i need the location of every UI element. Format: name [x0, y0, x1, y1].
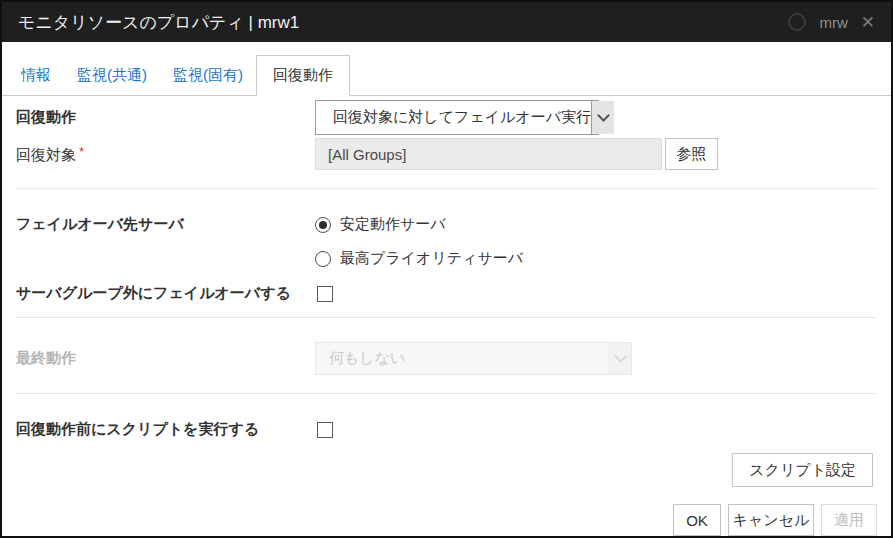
radio-stable-server[interactable]: 安定動作サーバ: [315, 215, 523, 234]
chevron-down-icon: [608, 343, 631, 374]
radio-highest-priority-server[interactable]: 最高プライオリティサーバ: [315, 249, 523, 268]
radio-highest-priority-server-label: 最高プライオリティサーバ: [340, 249, 523, 268]
monitor-resource-properties-dialog: モニタリソースのプロパティ | mrw1 mrw ✕ 情報 監視(共通) 監視(…: [0, 0, 893, 538]
radio-icon[interactable]: [315, 251, 331, 267]
chevron-down-icon: [591, 101, 614, 134]
failover-destination-options: 安定動作サーバ 最高プライオリティサーバ: [315, 215, 523, 268]
separator: [16, 317, 877, 318]
required-asterisk: *: [79, 144, 84, 159]
cancel-button[interactable]: キャンセル: [728, 504, 814, 536]
recovery-target-field: [All Groups]: [315, 138, 662, 170]
final-action-row: 最終動作 何もしない: [16, 342, 877, 375]
tabbar: 情報 監視(共通) 監視(固有) 回復動作: [2, 55, 891, 96]
final-action-select: 何もしない: [315, 342, 632, 375]
script-before-recovery-row: 回復動作前にスクリプトを実行する: [16, 420, 877, 439]
titlebar: モニタリソースのプロパティ | mrw1 mrw ✕: [2, 2, 891, 42]
apply-button[interactable]: 適用: [821, 504, 877, 536]
final-action-select-value: 何もしない: [316, 343, 608, 374]
recovery-action-select[interactable]: 回復対象に対してフェイルオーバ実行: [315, 100, 599, 135]
status-circle-icon: [788, 13, 806, 31]
page-title: モニタリソースのプロパティ | mrw1: [18, 11, 299, 34]
ok-button[interactable]: OK: [673, 504, 721, 536]
recovery-action-panel: 回復動作 回復対象に対してフェイルオーバ実行 回復対象* [All Groups…: [2, 96, 891, 536]
recovery-action-label: 回復動作: [16, 108, 315, 127]
failover-outside-group-row: サーバグループ外にフェイルオーバする: [16, 284, 877, 303]
tab-monitor-special[interactable]: 監視(固有): [160, 56, 256, 95]
script-before-recovery-label: 回復動作前にスクリプトを実行する: [16, 420, 315, 439]
failover-outside-group-checkbox[interactable]: [317, 286, 333, 302]
browse-button[interactable]: 参照: [665, 138, 718, 170]
failover-destination-label: フェイルオーバ先サーバ: [16, 215, 315, 234]
recovery-action-select-value: 回復対象に対してフェイルオーバ実行: [316, 101, 591, 134]
script-settings-row: スクリプト設定: [16, 453, 877, 487]
radio-icon[interactable]: [315, 217, 331, 233]
failover-destination-row: フェイルオーバ先サーバ 安定動作サーバ 最高プライオリティサーバ: [16, 215, 877, 268]
footer: OK キャンセル 適用: [16, 504, 877, 536]
radio-stable-server-label: 安定動作サーバ: [340, 215, 446, 234]
separator: [16, 393, 877, 394]
resource-name-label: mrw: [819, 14, 847, 31]
recovery-action-row: 回復動作 回復対象に対してフェイルオーバ実行: [16, 100, 877, 135]
script-settings-button[interactable]: スクリプト設定: [732, 453, 873, 487]
recovery-target-label: 回復対象*: [16, 144, 315, 165]
tab-info[interactable]: 情報: [8, 56, 64, 95]
recovery-target-row: 回復対象* [All Groups] 参照: [16, 138, 877, 170]
separator: [16, 188, 877, 189]
tab-monitor-common[interactable]: 監視(共通): [64, 56, 160, 95]
script-before-recovery-checkbox[interactable]: [317, 422, 333, 438]
recovery-target-label-text: 回復対象: [16, 146, 76, 163]
close-icon[interactable]: ✕: [861, 14, 875, 31]
tab-recovery-action[interactable]: 回復動作: [256, 55, 350, 96]
titlebar-right: mrw ✕: [788, 13, 875, 31]
failover-outside-group-label: サーバグループ外にフェイルオーバする: [16, 284, 315, 303]
final-action-label: 最終動作: [16, 349, 315, 368]
